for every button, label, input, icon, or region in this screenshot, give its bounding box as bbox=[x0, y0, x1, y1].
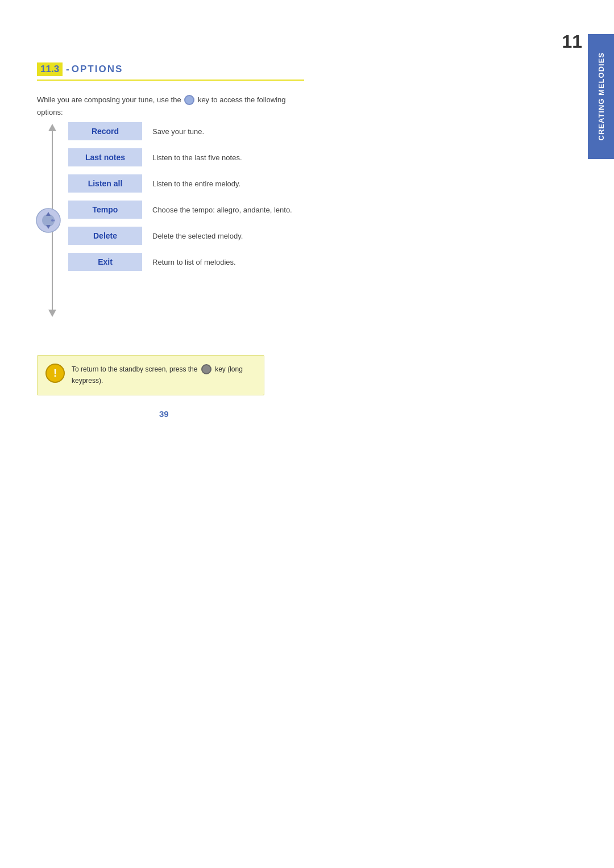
side-tab: CREATING MELODIES bbox=[588, 34, 614, 159]
intro-paragraph: While you are composing your tune, use t… bbox=[37, 94, 301, 119]
info-box: ! To return to the standby screen, press… bbox=[37, 355, 264, 395]
page-number-bottom: 39 bbox=[159, 409, 169, 419]
key-icon-intro bbox=[184, 95, 194, 105]
option-row-delete: Delete Delete the selected melody. bbox=[68, 227, 307, 245]
option-desc-exit: Return to list of melodies. bbox=[152, 258, 236, 266]
section-heading: 11.3 - OPTIONS bbox=[37, 62, 304, 81]
option-desc-lastnotes: Listen to the last five notes. bbox=[152, 153, 242, 162]
info-text-before: To return to the standby screen, press t… bbox=[72, 365, 197, 373]
info-text: To return to the standby screen, press t… bbox=[72, 364, 256, 387]
nav-icon bbox=[35, 207, 61, 236]
info-icon: ! bbox=[45, 364, 65, 383]
page-number-top: 11 bbox=[562, 31, 582, 52]
option-desc-delete: Delete the selected melody. bbox=[152, 232, 243, 240]
side-tab-text: CREATING MELODIES bbox=[597, 52, 605, 140]
option-row-exit: Exit Return to list of melodies. bbox=[68, 253, 307, 271]
option-desc-record: Save your tune. bbox=[152, 127, 204, 136]
option-button-delete: Delete bbox=[68, 227, 142, 245]
option-button-listenall: Listen all bbox=[68, 174, 142, 193]
option-button-record: Record bbox=[68, 122, 142, 140]
intro-text-before: While you are composing your tune, use t… bbox=[37, 95, 183, 104]
option-button-lastnotes: Last notes bbox=[68, 148, 142, 166]
option-desc-listenall: Listen to the entire melody. bbox=[152, 180, 240, 188]
option-row-record: Record Save your tune. bbox=[68, 122, 307, 140]
key-icon-info bbox=[201, 364, 211, 374]
option-desc-tempo: Choose the tempo: allegro, andante, lent… bbox=[152, 206, 292, 214]
option-button-exit: Exit bbox=[68, 253, 142, 271]
option-button-tempo: Tempo bbox=[68, 201, 142, 219]
page-container: 11 CREATING MELODIES 11.3 - OPTIONS Whil… bbox=[0, 0, 614, 868]
section-number: 11.3 bbox=[37, 62, 63, 76]
option-row-lastnotes: Last notes Listen to the last five notes… bbox=[68, 148, 307, 166]
svg-point-4 bbox=[51, 219, 53, 222]
svg-point-5 bbox=[53, 220, 55, 222]
option-row-listenall: Listen all Listen to the entire melody. bbox=[68, 174, 307, 193]
options-list: Record Save your tune. Last notes Listen… bbox=[68, 122, 307, 279]
arrow-down-icon bbox=[48, 310, 56, 317]
section-dash: - bbox=[66, 64, 69, 75]
section-title: OPTIONS bbox=[72, 64, 123, 75]
option-row-tempo: Tempo Choose the tempo: allegro, andante… bbox=[68, 201, 307, 219]
arrow-up-icon bbox=[48, 124, 56, 131]
